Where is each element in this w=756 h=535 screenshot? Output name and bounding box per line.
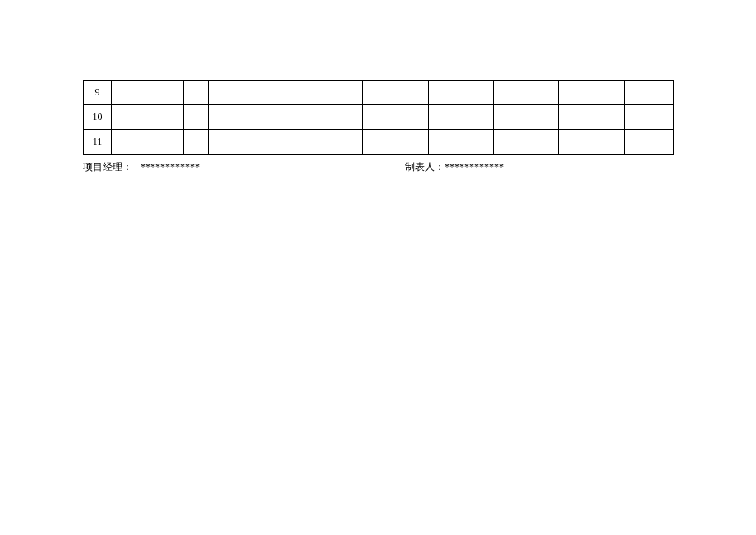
table-cell [112,81,159,105]
table-cell [297,130,363,155]
table-cell [625,81,674,105]
pm-value: ************ [141,161,200,173]
table-cell [429,130,494,155]
table-cell [209,105,233,130]
project-manager: 项目经理：************ [83,159,200,175]
table-cell [363,105,429,130]
table-cell [209,130,233,155]
content-area: 91011 项目经理：************ 制表人：************ [83,80,673,175]
table-cell [494,81,559,105]
preparer-value: ************ [445,161,504,173]
table-cell [494,105,559,130]
table-row: 9 [84,81,674,105]
table-row: 11 [84,130,674,155]
table-cell [184,81,209,105]
table-cell [112,105,159,130]
table-cell [297,81,363,105]
table-cell [559,130,625,155]
data-table: 91011 [83,80,674,155]
table-cell [209,81,233,105]
table-cell [159,105,184,130]
footer-line: 项目经理：************ 制表人：************ [83,159,673,175]
row-number: 11 [84,130,112,155]
table-row: 10 [84,105,674,130]
table-cell [429,81,494,105]
row-number: 9 [84,81,112,105]
table-cell [363,81,429,105]
table-cell [559,81,625,105]
table-cell [184,130,209,155]
table-cell [184,105,209,130]
table-cell [494,130,559,155]
table-cell [625,105,674,130]
table-cell [429,105,494,130]
row-number: 10 [84,105,112,130]
table-cell [625,130,674,155]
table-cell [233,105,297,130]
table-cell [559,105,625,130]
preparer-label: 制表人： [405,161,445,173]
table-cell [363,130,429,155]
pm-label: 项目经理： [83,161,132,173]
table-cell [297,105,363,130]
table-cell [159,81,184,105]
document-page: 91011 项目经理：************ 制表人：************ [0,0,756,535]
preparer: 制表人：************ [405,159,504,175]
table-cell [233,81,297,105]
table-cell [233,130,297,155]
table-cell [112,130,159,155]
table-cell [159,130,184,155]
